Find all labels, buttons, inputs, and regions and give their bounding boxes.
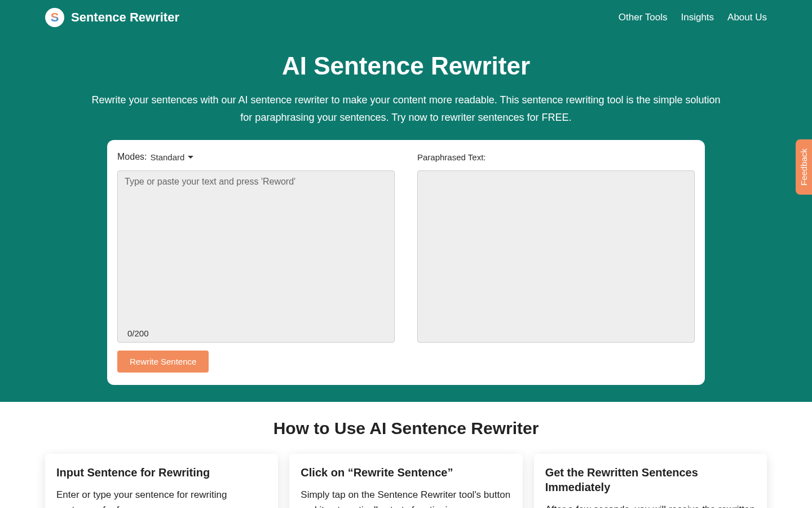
input-wrapper: 0/200 bbox=[117, 170, 395, 345]
output-header-row: Paraphrased Text: bbox=[417, 150, 695, 164]
modes-row: Modes: Standard bbox=[117, 150, 395, 164]
input-textarea[interactable] bbox=[117, 170, 395, 343]
howto-cards-row: Input Sentence for Rewriting Enter or ty… bbox=[45, 454, 767, 508]
modes-label: Modes: bbox=[117, 152, 147, 162]
tool-output-column: Paraphrased Text: bbox=[417, 150, 695, 373]
tool-card: Modes: Standard 0/200 Rewrite Sentence P… bbox=[107, 140, 705, 385]
nav-link-other-tools[interactable]: Other Tools bbox=[619, 12, 668, 23]
output-label: Paraphrased Text: bbox=[417, 152, 486, 162]
howto-title: How to Use AI Sentence Rewriter bbox=[45, 419, 767, 438]
card-body: After a few seconds, you will receive th… bbox=[545, 502, 756, 508]
navbar: S Sentence Rewriter Other Tools Insights… bbox=[0, 0, 812, 35]
brand-logo[interactable]: S Sentence Rewriter bbox=[45, 8, 179, 27]
howto-card: Get the Rewritten Sentences Immediately … bbox=[534, 454, 767, 508]
brand-name: Sentence Rewriter bbox=[71, 10, 179, 25]
card-body: Enter or type your sentence for rewritin… bbox=[56, 488, 267, 508]
hero-section: S Sentence Rewriter Other Tools Insights… bbox=[0, 0, 812, 402]
howto-card: Click on “Rewrite Sentence” Simply tap o… bbox=[289, 454, 522, 508]
card-title: Click on “Rewrite Sentence” bbox=[301, 465, 511, 480]
chevron-down-icon bbox=[188, 156, 193, 159]
feedback-tab[interactable]: Feedback bbox=[796, 139, 812, 195]
page-subtitle: Rewrite your sentences with our AI sente… bbox=[73, 91, 739, 126]
nav-links: Other Tools Insights About Us bbox=[619, 12, 767, 23]
mode-dropdown[interactable]: Standard bbox=[150, 152, 193, 162]
card-body: Simply tap on the Sentence Rewriter tool… bbox=[301, 488, 511, 508]
card-title: Input Sentence for Rewriting bbox=[56, 465, 267, 480]
char-counter: 0/200 bbox=[127, 329, 149, 338]
logo-letter: S bbox=[51, 10, 59, 25]
tool-input-column: Modes: Standard 0/200 Rewrite Sentence bbox=[117, 150, 395, 373]
rewrite-button[interactable]: Rewrite Sentence bbox=[117, 351, 209, 373]
card-title: Get the Rewritten Sentences Immediately bbox=[545, 465, 756, 494]
output-textarea[interactable] bbox=[417, 170, 695, 343]
howto-section: How to Use AI Sentence Rewriter Input Se… bbox=[0, 402, 812, 508]
selected-mode: Standard bbox=[150, 152, 184, 162]
page-title: AI Sentence Rewriter bbox=[0, 52, 812, 80]
logo-icon: S bbox=[45, 8, 64, 27]
nav-link-about-us[interactable]: About Us bbox=[727, 12, 767, 23]
nav-link-insights[interactable]: Insights bbox=[681, 12, 714, 23]
howto-card: Input Sentence for Rewriting Enter or ty… bbox=[45, 454, 278, 508]
